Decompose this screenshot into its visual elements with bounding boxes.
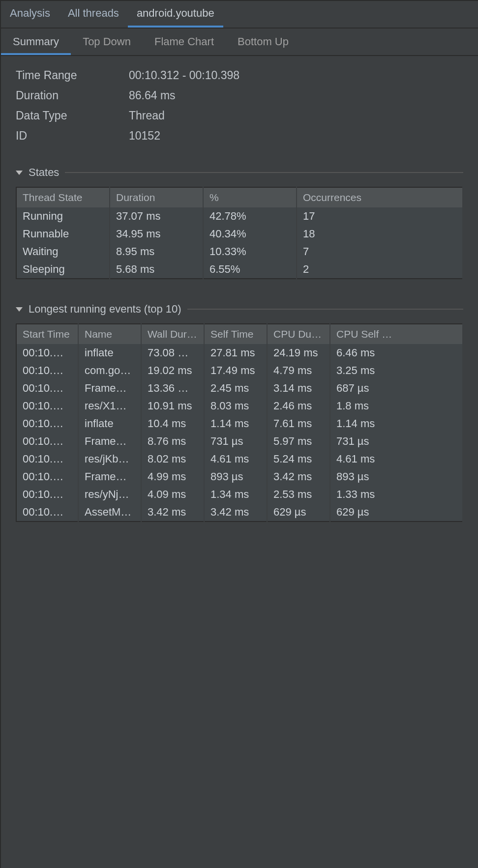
states-section: States Thread State Duration % Occurrenc… [16,166,463,279]
table-row[interactable]: 00:10.…inflate73.08 …27.81 ms24.19 ms6.4… [16,344,463,362]
col-occurrences[interactable]: Occurrences [297,187,463,207]
cell-self: 731 µs [204,433,267,450]
table-row[interactable]: Sleeping5.68 ms6.55%2 [16,260,463,279]
cell-occurrences: 7 [297,243,463,260]
col-name[interactable]: Name [78,324,141,344]
table-row[interactable]: 00:10.…inflate10.4 ms1.14 ms7.61 ms1.14 … [16,415,463,433]
cell-wall: 19.02 ms [141,362,204,379]
summary-info: Time Range 00:10.312 - 00:10.398 Duratio… [16,69,463,143]
cell-self: 27.81 ms [204,344,267,362]
cell-percent: 40.34% [203,225,297,243]
table-row[interactable]: 00:10.…com.go…19.02 ms17.49 ms4.79 ms3.2… [16,362,463,379]
summary-content: Time Range 00:10.312 - 00:10.398 Duratio… [1,56,478,868]
col-start-time[interactable]: Start Time [16,324,78,344]
cell-name: inflate [78,415,141,433]
col-duration[interactable]: Duration [110,187,203,207]
table-row[interactable]: 00:10.…res/jKb…8.02 ms4.61 ms5.24 ms4.61… [16,450,463,468]
states-header[interactable]: States [16,166,463,179]
cell-self: 3.42 ms [204,503,267,521]
tab-top-down[interactable]: Top Down [71,29,143,55]
duration-value: 86.64 ms [129,89,463,102]
col-self-time[interactable]: Self Time [204,324,267,344]
events-header-row: Start Time Name Wall Dura… Self Time CPU… [16,324,463,344]
cell-self: 8.03 ms [204,397,267,415]
col-thread-state[interactable]: Thread State [16,187,110,207]
table-row[interactable]: 00:10.…res/yNj…4.09 ms1.34 ms2.53 ms1.33… [16,486,463,503]
cell-name: res/yNj… [78,486,141,503]
cell-cpuSelf: 687 µs [330,379,463,397]
cell-cpu: 2.53 ms [267,486,330,503]
tab-process[interactable]: android.youtube [128,1,223,28]
table-row[interactable]: Runnable34.95 ms40.34%18 [16,225,463,243]
cell-duration: 5.68 ms [110,260,203,279]
cell-state: Sleeping [16,260,110,279]
cell-self: 4.61 ms [204,450,267,468]
cell-start: 00:10.… [16,379,78,397]
cell-percent: 42.78% [203,207,297,225]
cell-cpu: 629 µs [267,503,330,521]
events-section: Longest running events (top 10) Start Ti… [16,303,463,522]
tab-summary[interactable]: Summary [1,29,71,55]
data-type-label: Data Type [16,109,129,122]
cell-percent: 6.55% [203,260,297,279]
cell-start: 00:10.… [16,433,78,450]
cell-cpuSelf: 1.33 ms [330,486,463,503]
cell-cpuSelf: 629 µs [330,503,463,521]
cell-start: 00:10.… [16,468,78,486]
cell-self: 1.14 ms [204,415,267,433]
cell-name: Frame… [78,379,141,397]
cell-duration: 34.95 ms [110,225,203,243]
cell-cpuSelf: 1.8 ms [330,397,463,415]
top-tab-bar: Analysis All threads android.youtube [1,1,478,29]
table-row[interactable]: Running37.07 ms42.78%17 [16,207,463,225]
cell-percent: 10.33% [203,243,297,260]
col-cpu-self-time[interactable]: CPU Self … [330,324,463,344]
table-row[interactable]: 00:10.…Frame…4.99 ms893 µs3.42 ms893 µs [16,468,463,486]
cell-self: 1.34 ms [204,486,267,503]
col-percent[interactable]: % [203,187,297,207]
cell-cpuSelf: 1.14 ms [330,415,463,433]
cell-name: com.go… [78,362,141,379]
cell-wall: 3.42 ms [141,503,204,521]
table-row[interactable]: 00:10.…Frame…13.36 …2.45 ms3.14 ms687 µs [16,379,463,397]
table-row[interactable]: Waiting8.95 ms10.33%7 [16,243,463,260]
tab-analysis[interactable]: Analysis [1,1,59,28]
caret-down-icon [16,171,23,175]
cell-wall: 13.36 … [141,379,204,397]
cell-self: 17.49 ms [204,362,267,379]
duration-label: Duration [16,89,129,102]
cell-wall: 10.91 ms [141,397,204,415]
sub-tab-bar: Summary Top Down Flame Chart Bottom Up [1,29,478,56]
tab-all-threads[interactable]: All threads [59,1,128,28]
cell-self: 893 µs [204,468,267,486]
table-row[interactable]: 00:10.…Frame…8.76 ms731 µs5.97 ms731 µs [16,433,463,450]
id-value: 10152 [129,129,463,143]
col-wall-duration[interactable]: Wall Dura… [141,324,204,344]
cell-name: res/X1… [78,397,141,415]
cell-start: 00:10.… [16,415,78,433]
cell-state: Waiting [16,243,110,260]
cell-cpu: 3.42 ms [267,468,330,486]
table-row[interactable]: 00:10.…res/X1…10.91 ms8.03 ms2.46 ms1.8 … [16,397,463,415]
cell-start: 00:10.… [16,344,78,362]
cell-start: 00:10.… [16,362,78,379]
tab-flame-chart[interactable]: Flame Chart [143,29,226,55]
cell-cpuSelf: 6.46 ms [330,344,463,362]
data-type-value: Thread [129,109,463,122]
cell-wall: 4.99 ms [141,468,204,486]
cell-start: 00:10.… [16,486,78,503]
cell-name: res/jKb… [78,450,141,468]
states-table: Thread State Duration % Occurrences Runn… [16,187,463,279]
cell-duration: 37.07 ms [110,207,203,225]
table-row[interactable]: 00:10.…AssetM…3.42 ms3.42 ms629 µs629 µs [16,503,463,521]
states-title: States [29,166,59,179]
tab-bottom-up[interactable]: Bottom Up [226,29,300,55]
events-title: Longest running events (top 10) [29,303,181,316]
cell-cpu: 5.24 ms [267,450,330,468]
cell-cpu: 5.97 ms [267,433,330,450]
cell-self: 2.45 ms [204,379,267,397]
events-header[interactable]: Longest running events (top 10) [16,303,463,316]
col-cpu-duration[interactable]: CPU Dura… [267,324,330,344]
cell-occurrences: 17 [297,207,463,225]
states-header-row: Thread State Duration % Occurrences [16,187,463,207]
